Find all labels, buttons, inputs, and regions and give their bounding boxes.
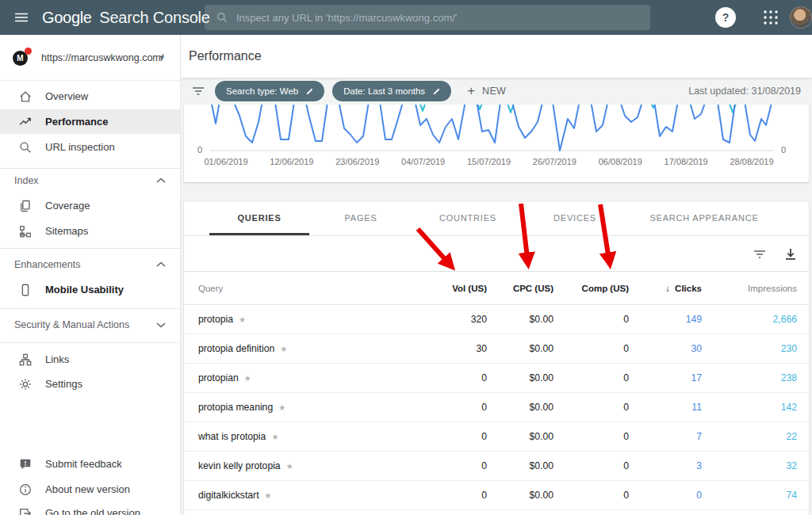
property-url: https://marcuswkwong.com/ bbox=[41, 52, 163, 63]
cpc-cell: $0.00 bbox=[487, 314, 553, 325]
column-header-query[interactable]: Query bbox=[198, 284, 420, 293]
sitemaps-tree-icon bbox=[17, 224, 33, 238]
url-inspect-input[interactable] bbox=[236, 12, 650, 24]
divider bbox=[0, 248, 180, 249]
property-selector[interactable]: M https://marcuswkwong.com/ ▾ bbox=[0, 35, 180, 81]
impressions-cell: 32 bbox=[702, 460, 797, 471]
table-toolbar bbox=[184, 236, 809, 272]
star-icon[interactable]: ★ bbox=[278, 403, 285, 412]
cpc-cell: $0.00 bbox=[487, 460, 553, 471]
app-logo[interactable]: Google Search Console bbox=[42, 9, 210, 27]
chart-series-line bbox=[474, 105, 485, 109]
table-header-row: Query Vol (US) CPC (US) Comp (US) ↓Click… bbox=[184, 272, 809, 305]
query-cell[interactable]: digitalkickstart★ bbox=[198, 490, 420, 501]
sidebar-item-settings[interactable]: Settings bbox=[0, 372, 180, 396]
sidebar-item-url-inspection[interactable]: URL inspection bbox=[0, 135, 180, 159]
vol-cell: 0 bbox=[420, 402, 487, 413]
section-enhancements[interactable]: Enhancements bbox=[0, 253, 180, 277]
pencil-icon bbox=[432, 86, 442, 96]
section-security-manual-actions[interactable]: Security & Manual Actions bbox=[0, 313, 180, 337]
chevron-down-icon bbox=[156, 322, 166, 328]
vol-cell: 0 bbox=[420, 490, 487, 501]
tab-pages[interactable]: PAGES bbox=[344, 213, 377, 223]
y-axis-left-tick: 0 bbox=[197, 145, 202, 154]
divider bbox=[0, 308, 180, 309]
column-header-comp[interactable]: Comp (US) bbox=[553, 284, 629, 293]
table-tabs: QUERIES PAGES COUNTRIES DEVICES SEARCH A… bbox=[184, 202, 809, 236]
table-row: protopia definition★ 30 $0.00 0 30 230 bbox=[184, 334, 809, 364]
performance-chart-icon bbox=[17, 115, 33, 129]
table-row: kevin kelly protopia★ 0 $0.00 0 3 32 bbox=[184, 452, 809, 481]
query-cell[interactable]: kevin kelly protopia★ bbox=[198, 460, 420, 471]
tab-devices[interactable]: DEVICES bbox=[553, 213, 596, 223]
impressions-cell: 2,666 bbox=[702, 314, 797, 325]
sidebar-item-links[interactable]: Links bbox=[0, 347, 180, 372]
avatar[interactable] bbox=[790, 6, 812, 29]
chevron-down-icon: ▾ bbox=[159, 52, 164, 63]
download-icon[interactable] bbox=[783, 246, 799, 262]
tab-search-appearance[interactable]: SEARCH APPEARANCE bbox=[649, 213, 758, 223]
star-icon[interactable]: ★ bbox=[286, 462, 293, 471]
pencil-icon bbox=[305, 86, 315, 96]
sidebar-item-coverage[interactable]: Coverage bbox=[0, 193, 180, 218]
sidebar-item-sitemaps[interactable]: Sitemaps bbox=[0, 219, 180, 243]
impressions-cell: 22 bbox=[702, 431, 797, 442]
y-axis-right-tick: 0 bbox=[781, 145, 786, 154]
apps-grid-icon[interactable] bbox=[762, 9, 779, 26]
tab-countries[interactable]: COUNTRIES bbox=[439, 213, 496, 223]
clicks-cell: 3 bbox=[629, 460, 702, 471]
queries-table-card: QUERIES PAGES COUNTRIES DEVICES SEARCH A… bbox=[184, 202, 809, 515]
tab-queries[interactable]: QUERIES bbox=[237, 213, 281, 223]
sidebar-item-old-version[interactable]: Go to the old version bbox=[0, 501, 180, 515]
new-filter-button[interactable]: + NEW bbox=[467, 83, 506, 99]
exit-to-old-version-icon bbox=[17, 506, 33, 515]
query-cell[interactable]: protopia meaning★ bbox=[198, 402, 420, 413]
clicks-cell: 17 bbox=[629, 372, 702, 383]
vol-cell: 0 bbox=[420, 431, 487, 442]
vol-cell: 30 bbox=[420, 343, 487, 354]
column-header-impressions[interactable]: Impressions bbox=[702, 284, 797, 293]
cpc-cell: $0.00 bbox=[487, 343, 553, 354]
star-icon[interactable]: ★ bbox=[244, 374, 251, 383]
sidebar: M https://marcuswkwong.com/ ▾ Overview P… bbox=[0, 35, 181, 515]
gear-icon bbox=[17, 377, 33, 391]
query-cell[interactable]: what is protopia★ bbox=[198, 431, 420, 442]
column-header-clicks[interactable]: ↓Clicks bbox=[629, 284, 702, 293]
sidebar-item-mobile-usability[interactable]: Mobile Usability bbox=[0, 277, 180, 302]
query-cell[interactable]: protopia definition★ bbox=[198, 343, 420, 354]
table-filter-icon[interactable] bbox=[752, 246, 768, 262]
star-icon[interactable]: ★ bbox=[239, 315, 246, 324]
comp-cell: 0 bbox=[553, 460, 629, 471]
hamburger-menu-icon[interactable] bbox=[13, 10, 29, 25]
url-inspect-searchbox[interactable] bbox=[205, 5, 650, 30]
filter-list-icon[interactable] bbox=[190, 83, 206, 99]
column-header-cpc[interactable]: CPC (US) bbox=[487, 284, 553, 293]
sidebar-item-performance[interactable]: Performance bbox=[0, 109, 180, 134]
chart-series-line bbox=[417, 105, 428, 111]
filter-bar: Search type: Web Date: Last 3 months + N… bbox=[181, 78, 812, 105]
help-button[interactable]: ? bbox=[715, 7, 736, 28]
chip-search-type[interactable]: Search type: Web bbox=[215, 81, 324, 101]
feedback-icon bbox=[17, 457, 33, 471]
star-icon[interactable]: ★ bbox=[280, 345, 287, 353]
section-index[interactable]: Index bbox=[0, 169, 180, 193]
links-nodes-icon bbox=[17, 353, 33, 367]
chart-date-label: 04/07/2019 bbox=[401, 157, 445, 166]
clicks-cell: 30 bbox=[629, 343, 702, 354]
cpc-cell: $0.00 bbox=[487, 372, 553, 383]
sidebar-item-about-new-version[interactable]: About new version bbox=[0, 477, 180, 502]
sidebar-item-submit-feedback[interactable]: Submit feedback bbox=[0, 452, 180, 476]
chip-date-range[interactable]: Date: Last 3 months bbox=[332, 81, 451, 101]
chevron-up-icon bbox=[156, 261, 166, 268]
query-cell[interactable]: protopian★ bbox=[198, 372, 420, 383]
query-cell[interactable]: protopia★ bbox=[198, 314, 420, 325]
performance-chart-card[interactable]: 0 0 01/06/201912/06/201923/06/201904/07/… bbox=[184, 105, 809, 182]
star-icon[interactable]: ★ bbox=[271, 433, 278, 441]
sidebar-item-overview[interactable]: Overview bbox=[0, 84, 180, 109]
plus-icon: + bbox=[467, 83, 475, 99]
comp-cell: 0 bbox=[553, 372, 629, 383]
chart-date-label: 17/08/2019 bbox=[665, 157, 708, 166]
chart-date-label: 23/06/2019 bbox=[335, 157, 379, 166]
column-header-vol[interactable]: Vol (US) bbox=[420, 284, 487, 293]
star-icon[interactable]: ★ bbox=[265, 491, 272, 500]
